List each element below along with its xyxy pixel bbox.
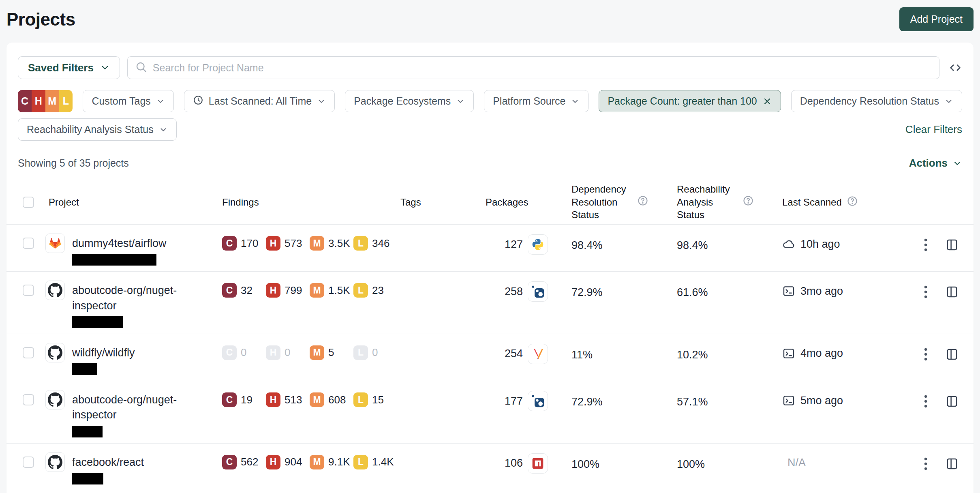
- page-header: Projects Add Project: [6, 0, 974, 31]
- severity-filter-group: C H M L: [18, 90, 73, 112]
- project-name-link[interactable]: facebook/react: [72, 452, 144, 470]
- package-count: 177: [486, 395, 523, 407]
- row-checkbox[interactable]: [23, 394, 34, 405]
- row-checkbox[interactable]: [23, 347, 34, 358]
- row-actions-cell: [895, 281, 964, 299]
- cloud-icon: [782, 238, 795, 251]
- kebab-menu-icon[interactable]: [923, 285, 928, 299]
- finding-critical[interactable]: C 19: [222, 392, 266, 407]
- finding-low[interactable]: L 15: [353, 392, 397, 407]
- project-name-block: aboutcode-org/nuget-inspector: [72, 390, 199, 437]
- package-ecosystems-dropdown[interactable]: Package Ecosystems: [345, 90, 474, 112]
- finding-high[interactable]: H 513: [266, 392, 310, 407]
- finding-critical[interactable]: C 32: [222, 283, 266, 298]
- finding-medium[interactable]: M 5: [310, 345, 353, 360]
- finding-critical[interactable]: C 170: [222, 236, 266, 251]
- dependency-resolution-status-dropdown[interactable]: Dependency Resolution Status: [791, 90, 962, 112]
- column-header-findings[interactable]: Findings: [222, 197, 400, 208]
- finding-high[interactable]: H 0: [266, 345, 310, 360]
- kebab-menu-icon[interactable]: [923, 457, 928, 471]
- table-body: dummy4test/airflow C 170 H 573: [6, 225, 974, 490]
- finding-count: 573: [285, 237, 302, 250]
- side-panel-icon[interactable]: [945, 347, 959, 362]
- side-panel-icon[interactable]: [945, 238, 959, 252]
- column-header-packages[interactable]: Packages: [486, 197, 567, 208]
- severity-high-badge: H: [266, 236, 280, 251]
- column-header-tags[interactable]: Tags: [400, 197, 486, 208]
- severity-low-button[interactable]: L: [59, 90, 73, 112]
- row-checkbox[interactable]: [23, 285, 34, 296]
- finding-high[interactable]: H 799: [266, 283, 310, 298]
- last-scanned-cell: 4mo ago: [777, 343, 895, 360]
- finding-count: 23: [372, 284, 384, 297]
- finding-medium[interactable]: M 9.1K: [310, 455, 353, 469]
- finding-high[interactable]: H 904: [266, 455, 310, 469]
- nuget-icon: [531, 285, 544, 298]
- redacted-project-detail: [72, 254, 156, 266]
- actions-dropdown[interactable]: Actions: [909, 157, 962, 169]
- redacted-project-detail: [72, 426, 103, 437]
- finding-low[interactable]: L 0: [353, 345, 397, 360]
- kebab-menu-icon[interactable]: [923, 394, 928, 409]
- clear-filters-link[interactable]: Clear Filters: [905, 123, 962, 136]
- remove-filter-icon[interactable]: [762, 96, 772, 106]
- severity-low-badge: L: [353, 236, 368, 251]
- finding-count: 170: [241, 237, 258, 250]
- severity-medium-button[interactable]: M: [45, 90, 59, 112]
- finding-low[interactable]: L 346: [353, 236, 397, 251]
- select-all-checkbox[interactable]: [23, 197, 34, 208]
- packages-cell: 106: [486, 452, 567, 474]
- add-project-button[interactable]: Add Project: [899, 7, 974, 31]
- finding-high[interactable]: H 573: [266, 236, 310, 251]
- package-count-active-filter[interactable]: Package Count: greater than 100: [599, 90, 781, 112]
- finding-low[interactable]: L 1.4K: [353, 455, 397, 469]
- search-input[interactable]: [153, 62, 932, 74]
- project-name-link[interactable]: aboutcode-org/nuget-inspector: [72, 390, 199, 423]
- side-panel-icon[interactable]: [945, 285, 959, 299]
- finding-medium[interactable]: M 3.5K: [310, 236, 353, 251]
- list-toolbar: Showing 5 of 35 projects Actions: [18, 157, 962, 169]
- severity-medium-badge: M: [310, 283, 324, 298]
- reachability-analysis-value: 10.2%: [672, 343, 777, 361]
- project-name-link[interactable]: wildfly/wildfly: [72, 343, 135, 360]
- severity-low-badge: L: [353, 392, 368, 407]
- help-icon[interactable]: [637, 195, 648, 209]
- project-name-block: aboutcode-org/nuget-inspector: [72, 281, 199, 328]
- project-search[interactable]: [127, 56, 939, 79]
- column-header-dependency-resolution[interactable]: Dependency Resolution Status: [567, 183, 672, 221]
- custom-tags-dropdown[interactable]: Custom Tags: [83, 90, 173, 112]
- help-icon[interactable]: [847, 195, 858, 209]
- last-scanned-dropdown[interactable]: Last Scanned: All Time: [184, 90, 335, 112]
- project-name-link[interactable]: aboutcode-org/nuget-inspector: [72, 281, 199, 313]
- kebab-menu-icon[interactable]: [923, 347, 928, 362]
- help-icon[interactable]: [742, 195, 754, 209]
- side-panel-icon[interactable]: [945, 457, 959, 471]
- column-header-reachability-analysis[interactable]: Reachability Analysis Status: [672, 183, 777, 221]
- finding-medium[interactable]: M 1.5K: [310, 283, 353, 298]
- finding-critical[interactable]: C 0: [222, 345, 266, 360]
- row-checkbox[interactable]: [23, 238, 34, 249]
- finding-critical[interactable]: C 562: [222, 455, 266, 469]
- row-checkbox[interactable]: [23, 457, 34, 468]
- column-header-project[interactable]: Project: [44, 197, 222, 208]
- column-header-last-scanned[interactable]: Last Scanned: [777, 195, 895, 209]
- finding-medium[interactable]: M 608: [310, 392, 353, 407]
- kebab-menu-icon[interactable]: [923, 238, 928, 252]
- severity-high-button[interactable]: H: [32, 90, 45, 112]
- saved-filters-dropdown[interactable]: Saved Filters: [18, 56, 120, 79]
- severity-critical-button[interactable]: C: [18, 90, 32, 112]
- platform-source-dropdown[interactable]: Platform Source: [484, 90, 588, 112]
- side-panel-icon[interactable]: [945, 394, 959, 409]
- table-row: wildfly/wildfly C 0 H 0: [6, 334, 974, 381]
- project-name-block: facebook/react: [72, 452, 144, 484]
- finding-low[interactable]: L 23: [353, 283, 397, 298]
- last-scanned-cell: 5mo ago: [777, 390, 895, 407]
- redacted-project-detail: [72, 473, 103, 484]
- package-ecosystem-icon: [528, 453, 548, 474]
- severity-critical-badge: C: [222, 345, 237, 360]
- severity-medium-badge: M: [310, 345, 324, 360]
- reachability-analysis-status-dropdown[interactable]: Reachability Analysis Status: [18, 118, 177, 141]
- code-view-icon[interactable]: [948, 61, 962, 75]
- findings-cell: C 170 H 573 M 3.5K L 346: [222, 234, 400, 251]
- project-name-link[interactable]: dummy4test/airflow: [72, 234, 167, 251]
